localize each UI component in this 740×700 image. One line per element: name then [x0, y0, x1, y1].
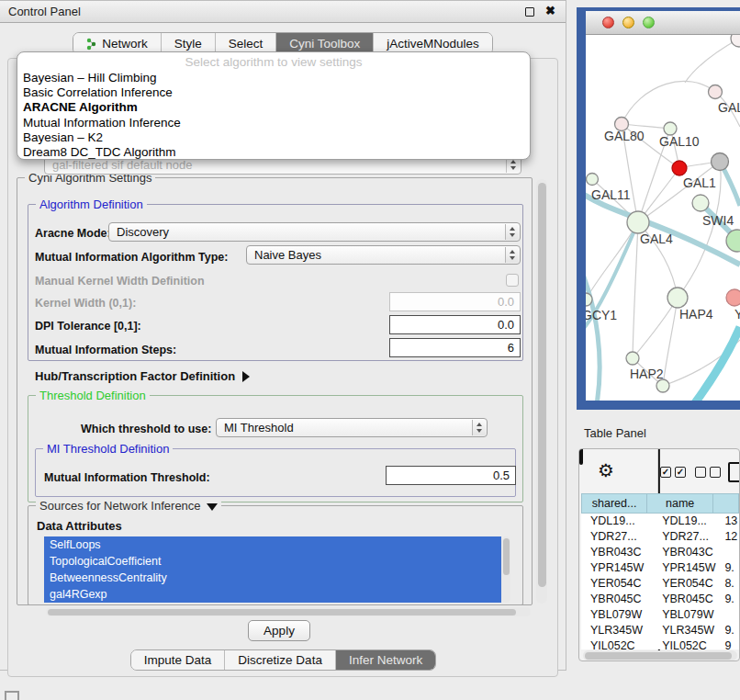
algorithm-option[interactable]: Dream8 DC_TDC Algorithm: [17, 145, 530, 160]
table-row[interactable]: YER054CYER054C8.: [581, 576, 739, 592]
stepper-up-icon: [510, 250, 515, 254]
stepper-down-icon: [510, 233, 515, 237]
node-label: GAL: [718, 100, 740, 115]
data-attributes-list[interactable]: SelfLoops TopologicalCoefficient Between…: [44, 536, 501, 603]
table-row[interactable]: YDL19...YDL19...13: [581, 514, 739, 529]
table-row[interactable]: YBL079WYBL079W: [581, 607, 739, 623]
algorithm-option[interactable]: Basic Correlation Inference: [17, 85, 530, 100]
which-threshold-label: Which threshold to use:: [81, 423, 211, 435]
network-canvas[interactable]: GAL GAL80 GAL10 GAL1 GAL11 SWI4 GAL4 GCY…: [586, 35, 740, 401]
export-table-icon[interactable]: [728, 462, 740, 482]
cell: YIL052C: [651, 638, 721, 649]
dpi-tolerance-field[interactable]: 0.0: [389, 315, 521, 334]
mi-type-combo[interactable]: Naive Bayes: [246, 245, 521, 265]
bottom-tabbar: Impute Data Discretize Data Infer Networ…: [0, 649, 566, 671]
cell: YBR043C: [651, 545, 721, 560]
cell: 9.: [721, 560, 739, 576]
threshold-definition-title: Threshold Definition: [36, 389, 150, 402]
mi-steps-field[interactable]: 6: [389, 338, 521, 357]
table-row[interactable]: YPR145WYPR145W9.: [581, 560, 739, 576]
cell: YDL19...: [581, 514, 651, 529]
kernel-width-label: Kernel Width (0,1):: [35, 297, 136, 310]
collapsed-panel-icon[interactable]: [5, 691, 19, 700]
tab-discretize-data[interactable]: Discretize Data: [225, 650, 336, 670]
data-attributes-label: Data Attributes: [37, 519, 122, 533]
apply-button[interactable]: Apply: [248, 620, 310, 641]
settings-hscrollbar-thumb[interactable]: [48, 609, 516, 615]
table-hscrollbar-thumb[interactable]: [585, 652, 732, 660]
tab-impute-data[interactable]: Impute Data: [131, 650, 226, 670]
stepper-up-icon: [510, 160, 516, 164]
network-icon: [86, 38, 97, 51]
table-row[interactable]: YBR045CYBR045C9.: [581, 592, 739, 607]
mi-type-label: Mutual Information Algorithm Type:: [35, 251, 228, 264]
node-gal4: [627, 211, 649, 233]
aracne-mode-combo[interactable]: Discovery: [108, 222, 521, 242]
stepper-down-icon: [477, 429, 482, 433]
panel-title: Control Panel: [8, 5, 81, 18]
settings-hscrollbar[interactable]: [46, 607, 531, 616]
attributes-scrollbar-thumb[interactable]: [503, 538, 510, 575]
select-all-checkbox-icon[interactable]: ✓: [675, 467, 686, 478]
select-all-checkbox-icon[interactable]: ✓: [660, 467, 671, 478]
table-hscrollbar[interactable]: [583, 650, 737, 660]
collapse-down-icon: [207, 503, 218, 511]
mi-threshold-group-title: MI Threshold Definition: [43, 442, 173, 456]
table-row[interactable]: YLR345WYLR345W9.: [581, 623, 739, 638]
attribute-item-selected[interactable]: SelfLoops: [44, 536, 501, 553]
mi-threshold-label: Mutual Information Threshold:: [44, 471, 210, 484]
column-header-partial[interactable]: [713, 493, 739, 514]
attributes-scrollbar[interactable]: [501, 536, 510, 603]
control-panel-window: Control Panel ✖ Network Style Select: [0, 0, 566, 671]
network-view-window[interactable]: GAL GAL80 GAL10 GAL1 GAL11 SWI4 GAL4 GCY…: [577, 7, 740, 410]
zoom-traffic-light[interactable]: [643, 17, 655, 28]
attribute-item-selected[interactable]: BetweennessCentrality: [44, 570, 501, 586]
attribute-item-selected[interactable]: gal4RGexp: [44, 586, 501, 603]
algorithm-option[interactable]: Bayesian – Hill Climbing: [17, 71, 530, 85]
stepper-up-icon: [510, 227, 515, 231]
algorithm-option[interactable]: Bayesian – K2: [17, 130, 530, 145]
settings-scrollbar-thumb[interactable]: [538, 183, 546, 587]
network-graph: GAL GAL80 GAL10 GAL1 GAL11 SWI4 GAL4 GCY…: [586, 35, 740, 401]
close-icon[interactable]: ✖: [545, 4, 555, 17]
table-row[interactable]: YDR27...YDR27...12: [581, 529, 739, 545]
node-gal10: [664, 122, 677, 135]
tab-infer-network[interactable]: Infer Network: [336, 650, 435, 670]
network-window-titlebar[interactable]: [586, 11, 740, 35]
table-row-partial[interactable]: YIL052CYIL052C9: [581, 638, 739, 649]
algorithm-option[interactable]: Mutual Information Inference: [17, 116, 530, 130]
node-label: SWI4: [702, 213, 734, 228]
cell: YER054C: [581, 576, 651, 592]
column-header-name[interactable]: name: [647, 493, 713, 514]
hub-definition-expander[interactable]: Hub/Transcription Factor Definition: [35, 369, 250, 383]
close-traffic-light[interactable]: [602, 17, 614, 28]
tab-label: Infer Network: [349, 653, 422, 667]
column-layout-icon[interactable]: [579, 448, 583, 465]
settings-scrollbar[interactable]: [536, 179, 547, 604]
which-threshold-combo[interactable]: MI Threshold: [216, 418, 488, 437]
tab-label: Select: [229, 37, 263, 51]
cell: YDR27...: [581, 529, 651, 545]
node: [709, 85, 723, 99]
manual-kernel-checkbox[interactable]: [506, 274, 519, 287]
algorithm-option-selected[interactable]: ARACNE Algorithm: [17, 100, 530, 115]
table-body[interactable]: YDL19...YDL19...13 YDR27...YDR27...12 YB…: [581, 514, 739, 649]
table-row[interactable]: YBR043CYBR043C: [581, 545, 739, 560]
table-settings-gear-icon[interactable]: ⚙: [598, 459, 614, 481]
node-salmon: [726, 289, 740, 306]
node-gal1: [692, 195, 709, 211]
cell: [721, 607, 739, 623]
deselect-checkbox-icon[interactable]: [710, 467, 721, 478]
stepper-up-icon: [477, 423, 482, 426]
minimize-traffic-light[interactable]: [622, 17, 634, 28]
deselect-checkbox-icon[interactable]: [695, 467, 706, 478]
tab-label: Discretize Data: [238, 653, 322, 667]
float-window-icon[interactable]: [525, 7, 534, 17]
algorithm-dropdown-list[interactable]: Select algorithm to view settings Bayesi…: [17, 51, 531, 160]
node-label: GAL11: [591, 187, 631, 202]
kernel-width-field[interactable]: 0.0: [389, 292, 521, 311]
sources-group-title[interactable]: Sources for Network Inference: [36, 499, 221, 513]
mi-threshold-field[interactable]: 0.5: [386, 466, 516, 485]
attribute-item-selected[interactable]: TopologicalCoefficient: [44, 553, 501, 570]
column-header-shared[interactable]: shared...: [581, 493, 647, 514]
